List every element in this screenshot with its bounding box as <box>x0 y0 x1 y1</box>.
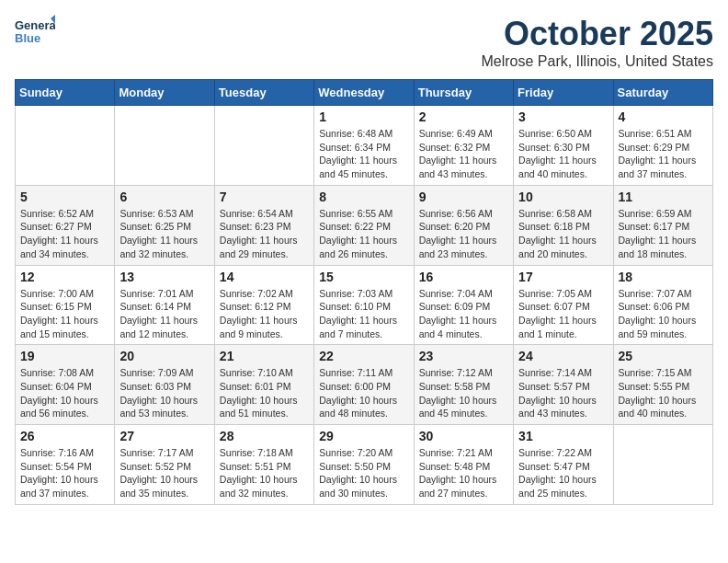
calendar-cell <box>16 106 115 186</box>
day-number: 6 <box>119 190 209 204</box>
calendar-cell: 8Sunrise: 6:55 AMSunset: 6:22 PMDaylight… <box>314 185 414 265</box>
cell-info: Sunrise: 6:51 AMSunset: 6:29 PMDaylight:… <box>619 127 708 181</box>
day-number: 27 <box>119 429 209 443</box>
day-number: 25 <box>619 349 708 363</box>
calendar-cell: 30Sunrise: 7:21 AMSunset: 5:48 PMDayligh… <box>414 425 513 505</box>
header-cell-wednesday: Wednesday <box>314 80 414 106</box>
day-number: 2 <box>419 109 508 124</box>
svg-text:Blue: Blue <box>15 31 40 45</box>
day-number: 14 <box>220 270 309 284</box>
calendar-cell: 5Sunrise: 6:52 AMSunset: 6:27 PMDaylight… <box>16 185 115 265</box>
cell-info: Sunrise: 6:59 AMSunset: 6:17 PMDaylight:… <box>619 207 708 261</box>
cell-info: Sunrise: 7:02 AMSunset: 6:12 PMDaylight:… <box>220 287 309 341</box>
day-number: 4 <box>619 109 708 124</box>
header-row: SundayMondayTuesdayWednesdayThursdayFrid… <box>16 80 713 106</box>
cell-info: Sunrise: 7:14 AMSunset: 5:57 PMDaylight:… <box>518 366 608 420</box>
calendar-cell: 14Sunrise: 7:02 AMSunset: 6:12 PMDayligh… <box>214 265 313 345</box>
header-cell-friday: Friday <box>514 80 613 106</box>
header-cell-saturday: Saturday <box>613 80 712 106</box>
title-block: October 2025 Melrose Park, Illinois, Uni… <box>481 15 713 70</box>
calendar-cell: 16Sunrise: 7:04 AMSunset: 6:09 PMDayligh… <box>414 265 513 345</box>
week-row-3: 12Sunrise: 7:00 AMSunset: 6:15 PMDayligh… <box>16 265 713 345</box>
cell-info: Sunrise: 7:10 AMSunset: 6:01 PMDaylight:… <box>220 366 309 420</box>
cell-info: Sunrise: 6:55 AMSunset: 6:22 PMDaylight:… <box>319 207 408 261</box>
cell-info: Sunrise: 7:05 AMSunset: 6:07 PMDaylight:… <box>518 287 608 341</box>
logo: General Blue <box>15 15 55 55</box>
day-number: 3 <box>518 109 608 124</box>
cell-info: Sunrise: 7:21 AMSunset: 5:48 PMDaylight:… <box>419 446 508 500</box>
day-number: 29 <box>319 429 408 443</box>
cell-info: Sunrise: 7:16 AMSunset: 5:54 PMDaylight:… <box>20 446 109 500</box>
calendar-cell: 17Sunrise: 7:05 AMSunset: 6:07 PMDayligh… <box>514 265 613 345</box>
day-number: 23 <box>419 349 508 363</box>
cell-info: Sunrise: 7:22 AMSunset: 5:47 PMDaylight:… <box>518 446 608 500</box>
day-number: 17 <box>518 270 608 284</box>
cell-info: Sunrise: 7:12 AMSunset: 5:58 PMDaylight:… <box>419 366 508 420</box>
header-cell-thursday: Thursday <box>414 80 513 106</box>
header-cell-tuesday: Tuesday <box>214 80 313 106</box>
week-row-5: 26Sunrise: 7:16 AMSunset: 5:54 PMDayligh… <box>16 425 713 505</box>
day-number: 24 <box>518 349 608 363</box>
calendar-cell: 3Sunrise: 6:50 AMSunset: 6:30 PMDaylight… <box>514 106 613 186</box>
page-header: General Blue October 2025 Melrose Park, … <box>15 15 713 70</box>
calendar-cell: 4Sunrise: 6:51 AMSunset: 6:29 PMDaylight… <box>613 106 712 186</box>
day-number: 1 <box>319 109 408 124</box>
month-title: October 2025 <box>481 15 713 53</box>
calendar-cell: 11Sunrise: 6:59 AMSunset: 6:17 PMDayligh… <box>613 185 712 265</box>
cell-info: Sunrise: 7:07 AMSunset: 6:06 PMDaylight:… <box>619 287 708 341</box>
calendar-body: 1Sunrise: 6:48 AMSunset: 6:34 PMDaylight… <box>16 106 713 505</box>
cell-info: Sunrise: 6:50 AMSunset: 6:30 PMDaylight:… <box>518 127 608 181</box>
cell-info: Sunrise: 6:54 AMSunset: 6:23 PMDaylight:… <box>220 207 309 261</box>
calendar-cell: 12Sunrise: 7:00 AMSunset: 6:15 PMDayligh… <box>16 265 115 345</box>
week-row-1: 1Sunrise: 6:48 AMSunset: 6:34 PMDaylight… <box>16 106 713 186</box>
calendar-cell: 13Sunrise: 7:01 AMSunset: 6:14 PMDayligh… <box>115 265 214 345</box>
cell-info: Sunrise: 7:17 AMSunset: 5:52 PMDaylight:… <box>119 446 209 500</box>
cell-info: Sunrise: 7:20 AMSunset: 5:50 PMDaylight:… <box>319 446 408 500</box>
calendar-cell: 31Sunrise: 7:22 AMSunset: 5:47 PMDayligh… <box>514 425 613 505</box>
cell-info: Sunrise: 6:58 AMSunset: 6:18 PMDaylight:… <box>518 207 608 261</box>
cell-info: Sunrise: 7:08 AMSunset: 6:04 PMDaylight:… <box>20 366 109 420</box>
cell-info: Sunrise: 7:18 AMSunset: 5:51 PMDaylight:… <box>220 446 309 500</box>
day-number: 8 <box>319 190 408 204</box>
day-number: 11 <box>619 190 708 204</box>
day-number: 18 <box>619 270 708 284</box>
day-number: 26 <box>20 429 109 443</box>
calendar-cell: 2Sunrise: 6:49 AMSunset: 6:32 PMDaylight… <box>414 106 513 186</box>
calendar-cell: 1Sunrise: 6:48 AMSunset: 6:34 PMDaylight… <box>314 106 414 186</box>
calendar-cell: 20Sunrise: 7:09 AMSunset: 6:03 PMDayligh… <box>115 345 214 425</box>
calendar-cell: 21Sunrise: 7:10 AMSunset: 6:01 PMDayligh… <box>214 345 313 425</box>
cell-info: Sunrise: 7:03 AMSunset: 6:10 PMDaylight:… <box>319 287 408 341</box>
cell-info: Sunrise: 7:09 AMSunset: 6:03 PMDaylight:… <box>119 366 209 420</box>
svg-text:General: General <box>15 18 55 32</box>
day-number: 28 <box>220 429 309 443</box>
cell-info: Sunrise: 6:48 AMSunset: 6:34 PMDaylight:… <box>319 127 408 181</box>
cell-info: Sunrise: 7:01 AMSunset: 6:14 PMDaylight:… <box>119 287 209 341</box>
calendar-table: SundayMondayTuesdayWednesdayThursdayFrid… <box>15 79 713 505</box>
day-number: 13 <box>119 270 209 284</box>
calendar-cell: 27Sunrise: 7:17 AMSunset: 5:52 PMDayligh… <box>115 425 214 505</box>
week-row-4: 19Sunrise: 7:08 AMSunset: 6:04 PMDayligh… <box>16 345 713 425</box>
calendar-cell: 26Sunrise: 7:16 AMSunset: 5:54 PMDayligh… <box>16 425 115 505</box>
day-number: 31 <box>518 429 608 443</box>
calendar-cell: 9Sunrise: 6:56 AMSunset: 6:20 PMDaylight… <box>414 185 513 265</box>
cell-info: Sunrise: 7:15 AMSunset: 5:55 PMDaylight:… <box>619 366 708 420</box>
calendar-cell: 22Sunrise: 7:11 AMSunset: 6:00 PMDayligh… <box>314 345 414 425</box>
calendar-cell: 15Sunrise: 7:03 AMSunset: 6:10 PMDayligh… <box>314 265 414 345</box>
header-cell-sunday: Sunday <box>16 80 115 106</box>
day-number: 30 <box>419 429 508 443</box>
calendar-cell: 18Sunrise: 7:07 AMSunset: 6:06 PMDayligh… <box>613 265 712 345</box>
calendar-cell: 7Sunrise: 6:54 AMSunset: 6:23 PMDaylight… <box>214 185 313 265</box>
day-number: 12 <box>20 270 109 284</box>
header-cell-monday: Monday <box>115 80 214 106</box>
cell-info: Sunrise: 6:53 AMSunset: 6:25 PMDaylight:… <box>119 207 209 261</box>
week-row-2: 5Sunrise: 6:52 AMSunset: 6:27 PMDaylight… <box>16 185 713 265</box>
calendar-cell: 25Sunrise: 7:15 AMSunset: 5:55 PMDayligh… <box>613 345 712 425</box>
calendar-cell: 23Sunrise: 7:12 AMSunset: 5:58 PMDayligh… <box>414 345 513 425</box>
calendar-cell <box>115 106 214 186</box>
day-number: 20 <box>119 349 209 363</box>
calendar-cell: 24Sunrise: 7:14 AMSunset: 5:57 PMDayligh… <box>514 345 613 425</box>
cell-info: Sunrise: 6:52 AMSunset: 6:27 PMDaylight:… <box>20 207 109 261</box>
calendar-cell: 19Sunrise: 7:08 AMSunset: 6:04 PMDayligh… <box>16 345 115 425</box>
cell-info: Sunrise: 6:49 AMSunset: 6:32 PMDaylight:… <box>419 127 508 181</box>
day-number: 19 <box>20 349 109 363</box>
